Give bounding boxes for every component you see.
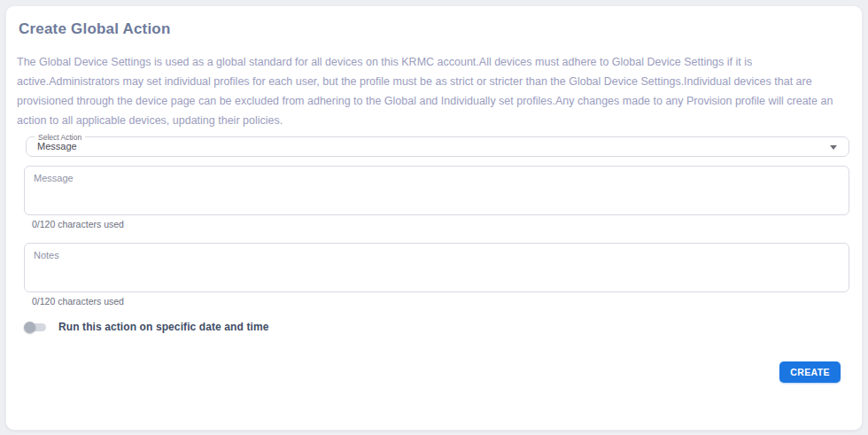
select-action-label: Select Action [35, 133, 85, 142]
schedule-toggle-row: Run this action on specific date and tim… [24, 321, 849, 333]
create-action-form: Select Action Message 0/120 characters u… [24, 136, 849, 383]
select-action-value: Message [27, 137, 849, 156]
message-field-group: 0/120 characters used [24, 166, 849, 229]
notes-textarea[interactable] [24, 243, 849, 292]
schedule-toggle[interactable] [24, 321, 48, 333]
create-global-action-card: Create Global Action The Global Device S… [5, 5, 863, 431]
form-actions: CREATE [24, 361, 849, 383]
create-button[interactable]: CREATE [779, 361, 841, 383]
toggle-knob [24, 322, 35, 333]
message-textarea[interactable] [24, 166, 849, 215]
chevron-down-icon [830, 145, 837, 150]
message-char-counter: 0/120 characters used [32, 219, 849, 229]
schedule-toggle-label: Run this action on specific date and tim… [58, 321, 268, 333]
notes-field-group: 0/120 characters used [24, 243, 849, 307]
page-background: Create Global Action The Global Device S… [0, 0, 868, 435]
select-action-dropdown[interactable]: Select Action Message [26, 136, 849, 157]
page-title: Create Global Action [19, 20, 849, 38]
global-settings-description: The Global Device Settings is used as a … [17, 52, 846, 130]
notes-char-counter: 0/120 characters used [32, 296, 849, 307]
